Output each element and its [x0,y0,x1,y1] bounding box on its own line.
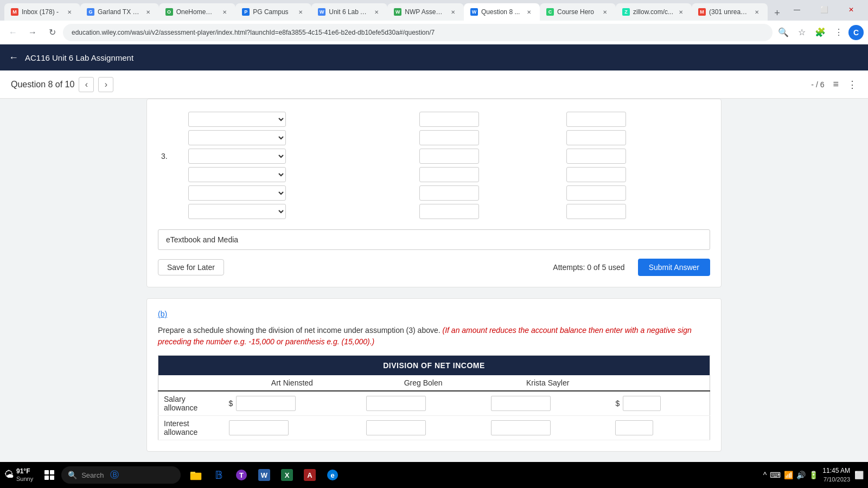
back-button[interactable]: ← [4,24,22,41]
row-input2-2[interactable] [566,149,626,164]
tab-inbox301[interactable]: M (301 unread... ✕ [692,3,768,21]
maximize-button[interactable]: ⬜ [812,1,837,18]
row-input2-4[interactable] [566,185,626,201]
taskbar-clock[interactable]: 11:45 AM 7/10/2023 [822,466,850,484]
salary-krista-input[interactable] [491,396,551,411]
taskbar-app-teams[interactable]: T [231,464,252,486]
tab-garland[interactable]: G Garland TX R... ✕ [80,3,159,21]
row-input1-4[interactable] [419,185,479,201]
taskbar-chevron-icon[interactable]: ^ [763,471,767,479]
list-view-button[interactable]: ≡ [833,79,839,90]
forward-button[interactable]: → [24,24,41,41]
row-input2-0[interactable] [566,112,626,127]
taskbar-app-access[interactable]: A [299,464,321,486]
bookmark-icon[interactable]: ☆ [793,24,810,41]
question-prev-button[interactable]: ‹ [79,77,94,92]
tab-close-nwpassess[interactable]: ✕ [449,8,457,16]
tab-close-onehome[interactable]: ✕ [220,8,229,16]
weather-info: 91°F Sunny [16,467,33,483]
tab-close-zillow[interactable]: ✕ [676,8,685,16]
interest-art-input[interactable] [229,420,289,435]
tab-close-garland[interactable]: ✕ [144,8,152,16]
interest-krista-input[interactable] [491,420,551,435]
row-select-0[interactable] [188,112,286,127]
browser-menu-icon[interactable]: ⋮ [830,24,847,41]
tab-favicon-inbox301: M [698,8,706,16]
row-select-1[interactable] [188,130,286,145]
tab-close-gmail[interactable]: ✕ [65,8,74,16]
extensions-icon[interactable]: 🧩 [812,24,829,41]
tab-onehome[interactable]: O OneHome™ ... ✕ [159,3,236,21]
tab-favicon-onehome: O [165,8,173,16]
taskbar-search-text: Search [81,471,104,479]
row-input1-0[interactable] [419,112,479,127]
taskbar-app-word[interactable]: W [253,464,275,486]
interest-total-input[interactable] [615,420,653,435]
taskbar-app-fileexplorer[interactable] [185,464,207,486]
close-window-button[interactable]: ✕ [839,1,864,18]
submit-answer-button[interactable]: Submit Answer [638,259,710,276]
row-select-3[interactable] [188,167,286,182]
tab-nwpassess[interactable]: W NWP Assess... ✕ [387,3,464,21]
tab-question8[interactable]: W Question 8 ... ✕ [464,3,540,21]
profile-icon[interactable]: C [848,25,864,40]
row-input1-1[interactable] [419,130,479,145]
salary-art-input[interactable] [236,396,296,411]
taskbar-app-excel[interactable]: X [276,464,298,486]
app-back-button[interactable]: ← [9,52,18,63]
refresh-button[interactable]: ↻ [43,24,61,41]
row-select-2[interactable] [188,149,286,164]
tab-title-onehome: OneHome™ ... [176,8,218,16]
tab-favicon-pgcampus: P [242,8,250,16]
row-input1-3[interactable] [419,167,479,182]
row-select-4[interactable] [188,185,286,201]
tab-close-pgcampus[interactable]: ✕ [296,8,305,16]
row-input2-3[interactable] [566,167,626,182]
taskbar-time-display: 11:45 AM [822,466,850,476]
row-input1-5[interactable] [419,204,479,219]
tab-coursehero[interactable]: C Course Hero ✕ [540,3,616,21]
row-select-5[interactable] [188,204,286,219]
row-input1-2[interactable] [419,149,479,164]
taskbar-volume-icon[interactable]: 🔊 [796,471,806,479]
part-b-link[interactable]: (b) [158,310,167,318]
tab-gmail[interactable]: M Inbox (178) - ✕ [4,3,80,21]
taskbar-app-edge[interactable]: e [322,464,343,486]
attempts-text: Attempts: 0 of 5 used [553,263,624,272]
taskbar-notification-icon[interactable]: ⬜ [854,471,864,479]
tab-title-zillow: zillow.com/c... [633,8,673,16]
minimize-button[interactable]: — [784,1,809,18]
new-tab-button[interactable]: + [770,5,784,21]
taskbar-wifi-icon[interactable]: 📶 [784,471,793,479]
tab-zillow[interactable]: Z zillow.com/c... ✕ [616,3,692,21]
more-options-button[interactable]: ⋮ [847,79,857,91]
interest-greg-input[interactable] [366,420,426,435]
tab-close-inbox301[interactable]: ✕ [752,8,761,16]
interest-allowance-row: Interest allowance [158,416,710,440]
weather-temp: 91°F [16,467,33,475]
address-input[interactable] [63,24,773,41]
salary-total-input[interactable] [623,396,661,411]
etextbook-bar[interactable]: eTextbook and Media [158,229,710,250]
taskbar-app-bing[interactable]: 𝔹 [208,464,229,486]
taskbar-search-bar[interactable]: 🔍 Search Ⓑ [61,466,181,484]
tab-favicon-nwpassess: W [394,8,401,16]
tab-close-question8[interactable]: ✕ [525,8,533,16]
row-number-3: 3. [161,152,172,160]
tab-close-coursehero[interactable]: ✕ [601,8,609,16]
salary-greg-input[interactable] [366,396,426,411]
tab-close-unit6lab[interactable]: ✕ [372,8,381,16]
row-input2-1[interactable] [566,130,626,145]
table-row [158,165,710,184]
save-for-later-button[interactable]: Save for Later [158,259,224,275]
question-next-button[interactable]: › [98,77,113,92]
search-page-icon[interactable]: 🔍 [775,24,792,41]
tab-favicon-coursehero: C [546,8,554,16]
tab-unit6lab[interactable]: W Unit 6 Lab A... ✕ [311,3,387,21]
tab-bar: M Inbox (178) - ✕ G Garland TX R... ✕ O … [0,0,868,21]
row-input2-5[interactable] [566,204,626,219]
start-button[interactable] [40,465,59,485]
tab-pgcampus[interactable]: P PG Campus ✕ [235,3,311,21]
interest-col4-cell [486,416,610,440]
taskbar-system-icons: ^ ⌨ 📶 🔊 🔋 [763,471,819,479]
